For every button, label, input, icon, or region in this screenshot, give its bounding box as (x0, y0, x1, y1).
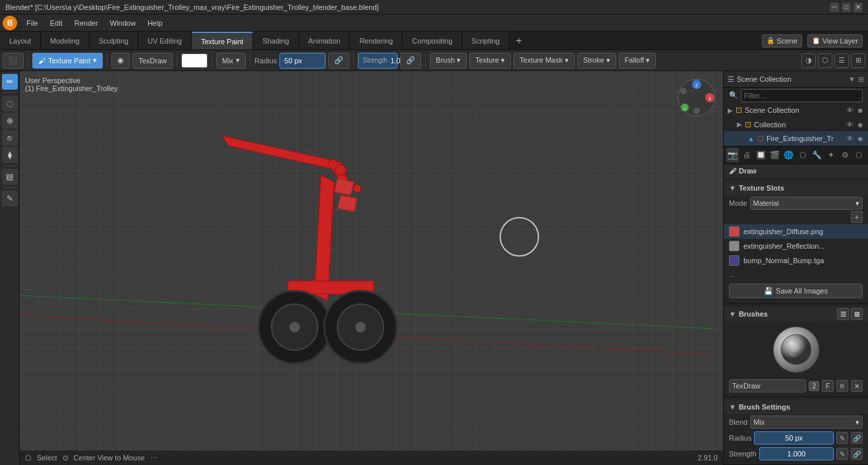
texture-btn[interactable]: Texture ▾ (469, 53, 511, 69)
object-render-icon[interactable]: ☻ (856, 135, 864, 142)
navigation-gizmo[interactable]: Z X Y (677, 78, 716, 117)
tool-fill[interactable]: ⧫ (2, 147, 18, 163)
strength-pen-btn[interactable]: ✎ (836, 448, 848, 460)
tab-modeling[interactable]: Modeling (41, 32, 90, 49)
tab-sculpting[interactable]: Sculpting (90, 32, 138, 49)
tool-mask[interactable]: ▤ (2, 169, 18, 185)
collection-visibility-icon[interactable]: 👁 (846, 121, 854, 129)
brush-view-icon[interactable]: ☰ (837, 308, 849, 320)
save-all-images-btn[interactable]: 💾 Save All Images (729, 284, 863, 298)
draw-section-header[interactable]: 🖌 Draw (724, 164, 868, 178)
blend-dropdown[interactable]: Mix ▾ (750, 416, 863, 429)
viewport-shade-1[interactable]: ◑ (801, 53, 816, 68)
mode-button[interactable]: 🖌 Texture Paint ▾ (32, 53, 103, 69)
brush-settings-header[interactable]: ▼ Brush Settings (724, 400, 868, 414)
viewport-shade-3[interactable]: ☰ (834, 53, 849, 68)
svg-point-17 (693, 108, 700, 114)
outliner-filter-icon[interactable]: ▼ (848, 75, 855, 83)
prop-output-icon[interactable]: 🖨 (740, 148, 753, 162)
add-workspace-button[interactable]: + (509, 32, 528, 49)
prop-world-icon[interactable]: 🌐 (782, 148, 795, 162)
menu-file[interactable]: File (21, 18, 43, 28)
brush-name-btn[interactable]: TexDraw (132, 53, 173, 69)
radius-num-field[interactable]: 50 px (754, 431, 834, 445)
tab-layout[interactable]: Layout (0, 32, 41, 49)
strength-field[interactable]: Strength 1.000 (358, 53, 397, 69)
close-button[interactable]: ✕ (854, 3, 863, 12)
brushes-header[interactable]: ▼ Brushes ☰ ⊞ (724, 307, 868, 321)
radius-chain-btn[interactable]: 🔗 (851, 432, 863, 444)
strength-lock-btn[interactable]: 🔗 (400, 53, 421, 69)
tab-texture-paint[interactable]: Texture Paint (192, 32, 253, 49)
brush-controls: ☰ ⊞ (837, 308, 863, 320)
tool-soften[interactable]: ◌ (2, 96, 18, 111)
prop-material-icon[interactable]: ⬡ (853, 148, 865, 162)
brush-fake-user-btn[interactable]: F (822, 380, 834, 392)
brush-settings-btn[interactable]: Brush ▾ (430, 53, 467, 69)
scene-visibility-icon[interactable]: 👁 (846, 106, 854, 114)
brush-name-field[interactable]: TexDraw (729, 379, 806, 392)
tool-clone[interactable]: ⎋ (2, 130, 18, 146)
brush-selector[interactable]: ◉ (111, 53, 130, 69)
viewport[interactable]: User Perspective (1) Fire_Extinguisher_T… (20, 71, 723, 465)
viewport-filter[interactable]: ⊞ (851, 53, 865, 68)
tool-draw[interactable]: ✏ (2, 74, 18, 90)
prop-physics-icon[interactable]: ⚙ (838, 148, 851, 162)
brush-copy-btn[interactable]: ⎘ (836, 380, 848, 392)
tab-rendering[interactable]: Rendering (350, 32, 403, 49)
add-texture-slot-btn[interactable]: + (851, 211, 863, 223)
editor-type-button[interactable]: ⬛ (3, 53, 24, 69)
outliner-search-input[interactable] (741, 89, 863, 102)
prop-render-icon[interactable]: 📷 (726, 148, 739, 162)
viewport-shade-2[interactable]: ⬡ (818, 53, 832, 68)
menu-edit[interactable]: Edit (45, 18, 68, 28)
prop-scene-icon[interactable]: 🎬 (768, 148, 781, 162)
texture-slot-1[interactable]: extinguisher_Diffuse.png (724, 224, 868, 239)
tab-uv-editing[interactable]: UV Editing (138, 32, 192, 49)
texture-slot-2[interactable]: extinguisher_Reflection... (724, 239, 868, 253)
outliner-object[interactable]: ▲ ⬡ Fire_Extinguisher_Tr 👁 ☻ (724, 131, 868, 145)
menu-help[interactable]: Help (142, 18, 168, 28)
texture-slots-chevron: ▼ (729, 184, 736, 192)
tab-compositing[interactable]: Compositing (403, 32, 462, 49)
strength-num-field[interactable]: 1.000 (759, 447, 834, 460)
render-visibility-icon[interactable]: ☻ (856, 106, 864, 114)
texture-mask-btn[interactable]: Texture Mask ▾ (513, 53, 574, 69)
menu-render[interactable]: Render (69, 18, 103, 28)
tool-smear[interactable]: ⊕ (2, 113, 18, 129)
menu-window[interactable]: Window (105, 18, 141, 28)
strength-chain-btn[interactable]: 🔗 (851, 448, 863, 460)
title-bar-left: Blender* [C:\Users\a y\Desktop\Fire_Exti… (5, 3, 379, 11)
collection-render-icon[interactable]: ☻ (856, 121, 864, 129)
object-visibility-icon[interactable]: 👁 (846, 135, 854, 142)
view-layer-selector[interactable]: 📋 View Layer (807, 34, 863, 47)
scene-selector[interactable]: 🔒 Scene (762, 34, 802, 47)
tab-animation[interactable]: Animation (299, 32, 351, 49)
tab-shading[interactable]: Shading (253, 32, 299, 49)
color-swatch[interactable] (181, 53, 208, 68)
brush-grid-icon[interactable]: ⊞ (851, 308, 863, 320)
minimize-button[interactable]: ─ (830, 3, 839, 12)
outliner-scene-collection[interactable]: ▶ ⊡ Scene Collection 👁 ☻ (724, 104, 868, 117)
prop-modifier-icon[interactable]: 🔧 (811, 148, 823, 162)
gizmo-svg: Z X Y (677, 78, 716, 117)
prop-particles-icon[interactable]: ✦ (825, 148, 837, 162)
radius-pen-btn[interactable]: ✎ (836, 432, 848, 444)
stroke-btn[interactable]: Stroke ▾ (577, 53, 616, 69)
texture-slot-3[interactable]: bump_Normal_Bump.tga (724, 253, 868, 268)
radius-field[interactable]: 50 px (279, 53, 326, 69)
tab-scripting[interactable]: Scripting (462, 32, 509, 49)
texture-slots-header[interactable]: ▼ Texture Slots (724, 181, 868, 195)
maximize-button[interactable]: □ (842, 3, 851, 12)
blend-mode-dropdown[interactable]: Mix ▾ (216, 53, 246, 69)
prop-object-icon[interactable]: ⬡ (796, 148, 809, 162)
texture-mode-dropdown[interactable]: Material ▾ (750, 197, 863, 210)
outliner-collection[interactable]: ▶ ⊡ Collection 👁 ☻ (724, 117, 868, 131)
left-toolbar: ✏ ◌ ⊕ ⎋ ⧫ ▤ ✎ (0, 71, 20, 465)
outliner-refresh-icon[interactable]: ⊞ (858, 75, 864, 84)
falloff-btn[interactable]: Falloff ▾ (619, 53, 656, 69)
radius-lock-btn[interactable]: 🔗 (328, 53, 349, 69)
tool-annotate[interactable]: ✎ (2, 191, 18, 206)
brush-delete-btn[interactable]: ✕ (851, 380, 863, 392)
prop-view-layer-icon[interactable]: 🔲 (755, 148, 767, 162)
